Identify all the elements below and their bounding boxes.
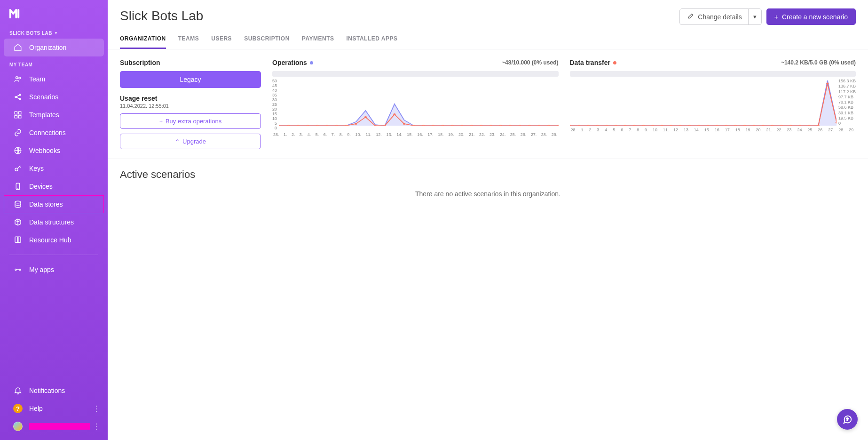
svg-point-2	[15, 96, 16, 98]
svg-point-30	[422, 125, 425, 126]
svg-point-44	[557, 125, 559, 126]
tab-users[interactable]: USERS	[211, 35, 232, 49]
svg-rect-7	[15, 116, 17, 118]
sidebar-item-scenarios[interactable]: Scenarios	[4, 88, 104, 106]
chart-x-axis: 28.1.2.3.4.5.6.7.8.9.10.11.12.13.14.15.1…	[570, 126, 856, 132]
svg-point-52	[633, 125, 635, 126]
chart-y-axis: 156.3 KB136.7 KB117.2 KB97.7 KB78.1 KB58…	[836, 79, 856, 126]
svg-point-53	[642, 125, 644, 126]
svg-point-16	[287, 125, 290, 126]
main-content: Slick Bots Lab Change details ▾ + Create…	[108, 0, 868, 440]
tab-teams[interactable]: TEAMS	[178, 35, 199, 49]
svg-point-13	[15, 269, 16, 271]
svg-point-24	[364, 116, 367, 118]
sidebar-item-my-apps[interactable]: My apps	[4, 261, 104, 279]
sidebar-item-label: Connections	[29, 129, 66, 136]
more-icon[interactable]: ⋮	[93, 422, 99, 431]
chart-y-axis: 50454035302520151050	[272, 79, 279, 130]
svg-point-60	[706, 125, 709, 126]
database-icon	[13, 200, 23, 209]
sidebar-item-data-structures[interactable]: Data structures	[4, 213, 104, 231]
tabs: ORGANIZATION TEAMS USERS SUBSCRIPTION PA…	[108, 25, 868, 49]
active-scenarios-empty: There are no active scenarios in this or…	[108, 185, 868, 202]
svg-point-61	[716, 125, 718, 126]
svg-point-43	[547, 125, 550, 126]
sidebar-item-connections[interactable]: Connections	[4, 124, 104, 142]
svg-point-42	[538, 125, 540, 126]
tab-organization[interactable]: ORGANIZATION	[120, 35, 166, 49]
sidebar-item-label: Help	[29, 405, 43, 412]
sidebar-item-team[interactable]: Team	[4, 70, 104, 88]
usage-reset-label: Usage reset	[120, 95, 261, 102]
sidebar-item-notifications[interactable]: Notifications	[4, 382, 104, 400]
svg-point-67	[771, 125, 773, 126]
divider	[9, 255, 98, 255]
data-transfer-meta: ~140.2 KB/5.0 GB (0% used)	[781, 59, 856, 66]
book-icon	[13, 235, 23, 245]
sidebar-item-keys[interactable]: Keys	[4, 160, 104, 177]
bell-icon	[13, 386, 23, 395]
team-section-label: MY TEAM	[0, 56, 108, 70]
svg-point-23	[355, 123, 357, 125]
tab-installed-apps[interactable]: INSTALLED APPS	[347, 35, 398, 49]
svg-point-59	[697, 125, 700, 126]
chart-canvas	[279, 79, 558, 126]
sidebar-item-resource-hub[interactable]: Resource Hub	[4, 231, 104, 249]
svg-point-3	[19, 94, 21, 96]
svg-point-37	[489, 125, 492, 126]
sidebar-item-label: Scenarios	[29, 93, 58, 101]
svg-point-73	[826, 82, 829, 84]
more-icon[interactable]: ⋮	[93, 404, 99, 413]
svg-point-39	[509, 125, 511, 126]
usage-reset-timestamp: 11.04.2022. 12:55:01	[120, 103, 261, 109]
svg-point-28	[403, 123, 405, 125]
svg-point-4	[19, 98, 21, 100]
svg-point-38	[499, 125, 502, 126]
sidebar-item-organization[interactable]: Organization	[4, 39, 104, 56]
create-scenario-button[interactable]: + Create a new scenario	[766, 8, 856, 25]
sidebar-item-devices[interactable]: Devices	[4, 177, 104, 195]
app-logo[interactable]	[0, 0, 108, 25]
plus-icon: +	[159, 118, 163, 125]
change-details-caret[interactable]: ▾	[748, 8, 762, 25]
svg-point-68	[780, 125, 782, 126]
chevron-down-icon: ▾	[753, 13, 757, 20]
grid-icon	[13, 110, 23, 120]
sidebar-item-user[interactable]: ⋮	[4, 417, 104, 435]
svg-point-54	[651, 125, 654, 126]
buy-operations-button[interactable]: + Buy extra operations	[120, 113, 261, 129]
chevron-up-icon: ⌃	[175, 138, 180, 145]
svg-point-0	[16, 77, 18, 79]
svg-point-63	[734, 125, 736, 126]
svg-point-40	[519, 125, 521, 126]
upgrade-button[interactable]: ⌃ Upgrade	[120, 134, 261, 149]
plus-icon: +	[774, 13, 778, 21]
sidebar-item-label: Data stores	[29, 200, 63, 208]
svg-point-36	[480, 125, 482, 126]
svg-rect-6	[19, 112, 21, 114]
sidebar-item-label: Keys	[29, 165, 44, 172]
sidebar-item-templates[interactable]: Templates	[4, 106, 104, 124]
svg-point-41	[528, 125, 530, 126]
tab-payments[interactable]: PAYMENTS	[302, 35, 334, 49]
sidebar-item-label: Data structures	[29, 218, 74, 226]
sidebar-item-data-stores[interactable]: Data stores	[4, 195, 104, 213]
sidebar-item-help[interactable]: ? Help ⋮	[4, 400, 104, 417]
sidebar-item-webhooks[interactable]: Webhooks	[4, 142, 104, 160]
svg-point-33	[451, 125, 453, 126]
svg-point-20	[326, 125, 328, 126]
link-icon	[13, 128, 23, 137]
tab-subscription[interactable]: SUBSCRIPTION	[244, 35, 290, 49]
svg-point-35	[470, 125, 473, 126]
svg-point-22	[345, 125, 347, 126]
svg-point-48	[596, 125, 599, 126]
change-details-button[interactable]: Change details	[679, 8, 750, 25]
org-switcher[interactable]: SLICK BOTS LAB ▼	[0, 25, 108, 39]
chat-help-button[interactable]: ?	[837, 409, 858, 430]
button-label: Create a new scenario	[782, 13, 848, 21]
svg-rect-8	[19, 116, 21, 118]
svg-point-65	[752, 125, 755, 126]
svg-point-10	[15, 168, 18, 171]
svg-point-31	[432, 125, 434, 126]
operations-chart: 50454035302520151050	[272, 79, 559, 130]
